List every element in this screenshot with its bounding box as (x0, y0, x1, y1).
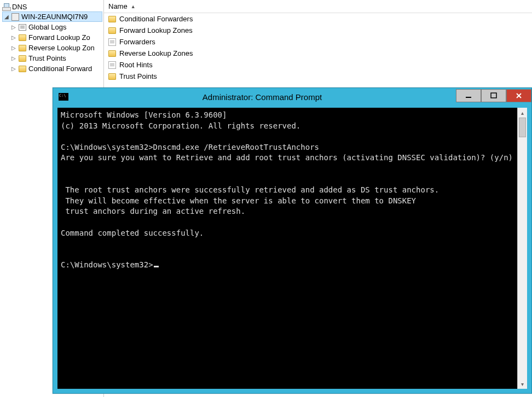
cmd-line (61, 249, 524, 260)
list-item[interactable]: Trust Points (104, 71, 532, 82)
log-icon (19, 24, 26, 31)
cmd-line: (c) 2013 Microsoft Corporation. All righ… (61, 121, 524, 132)
cmd-line (61, 238, 524, 249)
scroll-up-button[interactable]: ▴ (518, 108, 527, 118)
expander-closed-icon[interactable]: ▷ (11, 45, 16, 51)
document-icon (108, 61, 116, 69)
cmd-line: The root trust anchors were successfully… (61, 185, 524, 196)
list-header-name[interactable]: Name ▲ (104, 0, 532, 13)
expander-closed-icon[interactable]: ▷ (11, 56, 16, 61)
window-controls (456, 90, 531, 104)
cmd-line: trust anchors during an active refresh. (61, 206, 524, 217)
cmd-line: Command completed successfully. (61, 228, 524, 239)
scroll-track[interactable] (518, 118, 527, 379)
scroll-thumb[interactable] (519, 118, 526, 137)
list-item[interactable]: Forwarders (104, 36, 532, 48)
tree-item-label: Global Logs (28, 23, 66, 31)
list-item-label: Conditional Forwarders (119, 15, 193, 23)
cmd-icon (59, 93, 68, 101)
svg-rect-0 (466, 97, 471, 98)
list-item[interactable]: Conditional Forwarders (104, 13, 532, 25)
tree-root-label: DNS (12, 3, 27, 11)
cmd-line (61, 174, 524, 185)
list-item-label: Trust Points (119, 72, 157, 80)
folder-icon (108, 16, 116, 22)
expander-open-icon[interactable]: ◢ (4, 14, 9, 20)
maximize-button[interactable] (481, 89, 506, 102)
svg-rect-1 (491, 93, 496, 98)
expander-closed-icon[interactable]: ▷ (11, 66, 16, 72)
sort-ascending-icon: ▲ (131, 4, 136, 9)
expander-closed-icon[interactable]: ▷ (11, 35, 16, 40)
list-item-label: Forward Lookup Zones (119, 26, 193, 34)
list-item[interactable]: Reverse Lookup Zones (104, 48, 532, 59)
tree-item-label: Conditional Forward (28, 65, 92, 73)
cmd-titlebar[interactable]: Administrator: Command Prompt (53, 88, 531, 106)
tree-item-trust-points[interactable]: ▷ Trust Points (10, 53, 102, 63)
list-item-label: Root Hints (119, 61, 153, 69)
tree-server-node[interactable]: ◢ WIN-2EAUNMQI7N9 (2, 11, 102, 22)
list-item[interactable]: Root Hints (104, 59, 532, 71)
cmd-line: They will become effective when the serv… (61, 196, 524, 207)
minimize-button[interactable] (456, 89, 481, 102)
tree-server-label: WIN-2EAUNMQI7N9 (21, 13, 88, 21)
tree-item-label: Forward Lookup Zo (28, 33, 90, 42)
folder-icon (108, 73, 116, 80)
tree-item-forward-lookup[interactable]: ▷ Forward Lookup Zo (10, 32, 102, 43)
cursor-icon (154, 266, 159, 267)
document-icon (108, 38, 116, 46)
tree-item-global-logs[interactable]: ▷ Global Logs (10, 22, 102, 32)
folder-icon (19, 34, 26, 41)
tree-root-dns[interactable]: DNS (1, 2, 102, 11)
cmd-line: Are you sure you want to Retrieve and ad… (61, 153, 524, 164)
folder-icon (108, 50, 116, 57)
folder-icon (108, 27, 116, 34)
folder-icon (19, 45, 26, 51)
tree-item-reverse-lookup[interactable]: ▷ Reverse Lookup Zon (10, 43, 102, 53)
cmd-title: Administrator: Command Prompt (68, 92, 456, 102)
scroll-down-button[interactable]: ▾ (518, 379, 527, 389)
cmd-output[interactable]: Microsoft Windows [Version 6.3.9600](c) … (57, 108, 527, 389)
tree-item-conditional-forwarders[interactable]: ▷ Conditional Forward (10, 63, 102, 74)
server-icon (11, 13, 19, 21)
list-header-label: Name (108, 2, 128, 10)
list-item[interactable]: Forward Lookup Zones (104, 25, 532, 36)
list-item-label: Forwarders (119, 38, 155, 46)
dns-icon (2, 3, 10, 11)
folder-icon (19, 55, 26, 62)
tree-item-label: Trust Points (28, 54, 66, 62)
cmd-line: Microsoft Windows [Version 6.3.9600] (61, 110, 524, 121)
tree-item-label: Reverse Lookup Zon (28, 44, 95, 52)
expander-closed-icon[interactable]: ▷ (11, 25, 16, 30)
cmd-line: C:\Windows\system32> (61, 260, 524, 271)
cmd-line (61, 164, 524, 174)
close-button[interactable] (506, 89, 531, 102)
list-item-label: Reverse Lookup Zones (119, 49, 193, 57)
cmd-line (61, 217, 524, 228)
cmd-line: C:\Windows\system32>Dnscmd.exe /Retrieve… (61, 142, 524, 153)
cmd-scrollbar[interactable]: ▴ ▾ (517, 108, 527, 389)
cmd-line (61, 131, 524, 142)
command-prompt-window[interactable]: Administrator: Command Prompt Microsoft … (53, 87, 532, 394)
folder-icon (19, 66, 26, 72)
